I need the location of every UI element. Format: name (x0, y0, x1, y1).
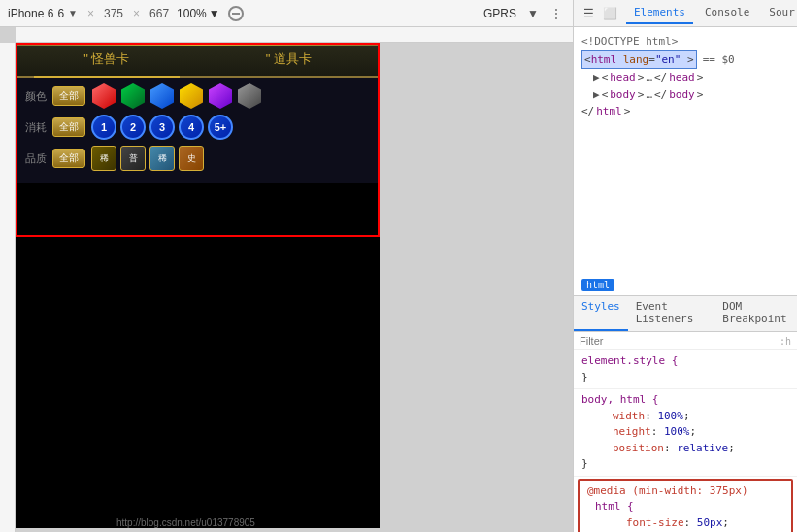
device-selector[interactable]: iPhone 6 6 ▼ (8, 7, 78, 20)
rule-selector-body: body, html { (581, 393, 658, 406)
filter-rarity-4[interactable]: 史 (179, 146, 204, 171)
cost-filters: 1 2 3 4 5+ (91, 115, 233, 140)
filter-hb-label: :h (780, 336, 791, 347)
devtools-toolbar-icons: ☰ ⬜ (580, 5, 618, 22)
styles-panel: Styles Event Listeners DOM Breakpoint :h… (574, 295, 797, 532)
body-line[interactable]: ▶ <body> … </body> (581, 86, 789, 104)
filter-all-cost[interactable]: 全部 (52, 117, 85, 137)
html-badge: html (581, 279, 614, 291)
filter-color-green[interactable] (120, 83, 146, 109)
doctype-line: <!DOCTYPE html> (581, 33, 789, 50)
css-width: width: 100%; (597, 409, 789, 425)
browser-panel: iPhone 6 6 ▼ × 375 × 667 100% ▼ GPRS ▼ ⋮ (0, 0, 573, 532)
tab-monster-card[interactable]: " 怪兽卡 (16, 43, 198, 76)
html-tag-line[interactable]: <html lang="en" > == $0 (581, 50, 789, 70)
card-area (16, 183, 380, 513)
style-rule-media: @media (min-width: 375px) html { font-si… (578, 479, 793, 533)
device-chevron-icon[interactable]: ▼ (68, 8, 78, 18)
inspect-icon[interactable]: ☰ (580, 5, 597, 22)
resolution-height: 667 (149, 7, 169, 20)
filter-label-color: 颜色 (23, 89, 47, 104)
viewport-wrapper: " 怪兽卡 " 道具卡 颜色 全部 (0, 27, 573, 532)
filter-row-cost: 消耗 全部 1 2 3 4 5+ (23, 115, 372, 140)
filter-rarity-1[interactable]: 稀 (91, 146, 116, 171)
filter-cost-4[interactable]: 4 (179, 115, 204, 140)
filter-section: 颜色 全部 消耗 全部 (16, 78, 380, 183)
html-tag-highlighted: <html lang="en" > (581, 50, 697, 70)
head-line[interactable]: ▶ <head> … </head> (581, 69, 789, 86)
html-close-line: </html> (581, 103, 789, 120)
toolbar-icons: ▼ ⋮ (524, 5, 565, 22)
styles-tabs: Styles Event Listeners DOM Breakpoint (574, 296, 797, 332)
devtools-panel: ☰ ⬜ Elements Console Sour <!DOCTYPE html… (573, 0, 797, 532)
filter-color-yellow[interactable] (179, 83, 204, 109)
filter-row-color: 颜色 全部 (23, 83, 372, 109)
devtools-toolbar: ☰ ⬜ Elements Console Sour (574, 0, 797, 27)
filter-color-blue[interactable] (149, 83, 175, 109)
filter-color-red[interactable] (91, 83, 116, 109)
styles-filter-input[interactable] (580, 335, 780, 347)
media-query-selector: @media (min-width: 375px) (587, 484, 748, 497)
device-name: iPhone 6 (8, 7, 53, 20)
filter-label-cost: 消耗 (23, 120, 47, 135)
browser-toolbar: iPhone 6 6 ▼ × 375 × 667 100% ▼ GPRS ▼ ⋮ (0, 0, 573, 27)
separator-1: × (87, 7, 94, 20)
color-filters (91, 83, 262, 109)
zoom-chevron-icon: ▼ (209, 7, 220, 20)
resolution-width: 375 (104, 7, 123, 20)
zoom-value: 100% (177, 7, 207, 20)
rule-close-element: } (581, 371, 588, 383)
filter-cost-5plus[interactable]: 5+ (208, 115, 233, 140)
styles-filter-row: :h (574, 332, 797, 350)
mobile-icon[interactable]: ⬜ (601, 5, 618, 22)
separator-2: × (133, 7, 140, 20)
tab-styles[interactable]: Styles (574, 296, 628, 331)
filter-label-rarity: 品质 (23, 151, 47, 166)
phone-viewport: " 怪兽卡 " 道具卡 颜色 全部 (16, 43, 380, 528)
ruler-top (16, 27, 573, 43)
filter-cost-1[interactable]: 1 (91, 115, 116, 140)
doctype-text: <!DOCTYPE html> (581, 33, 678, 50)
rule-selector-element: element.style { (581, 354, 678, 367)
filter-rarity-3[interactable]: 稀 (149, 146, 175, 171)
filter-cost-2[interactable]: 2 (120, 115, 146, 140)
ruler-left (0, 43, 16, 532)
rule-close-body: } (581, 457, 588, 470)
more-options-icon[interactable]: ⋮ (548, 5, 565, 22)
tab-elements[interactable]: Elements (626, 2, 693, 24)
style-rule-body-html: body, html { width: 100%; height: 100%; … (574, 389, 797, 477)
filter-row-rarity: 品质 全部 稀 普 稀 史 (23, 146, 372, 171)
tab-item-card[interactable]: " 道具卡 (198, 43, 381, 76)
tab-event-listeners[interactable]: Event Listeners (628, 296, 715, 331)
filter-rarity-2[interactable]: 普 (120, 146, 146, 171)
filter-cost-3[interactable]: 3 (149, 115, 175, 140)
html-tree: <!DOCTYPE html> <html lang="en" > == $0 … (574, 27, 797, 275)
filter-all-color[interactable]: 全部 (52, 86, 85, 106)
tab-console[interactable]: Console (697, 2, 757, 24)
tab-bar: " 怪兽卡 " 道具卡 (16, 43, 380, 78)
style-rule-element: element.style { } (574, 350, 797, 389)
app-content: " 怪兽卡 " 道具卡 颜色 全部 (16, 43, 380, 513)
filter-color-purple[interactable] (208, 83, 233, 109)
device-number: 6 (57, 7, 64, 20)
html-element-badge: html (574, 275, 797, 295)
filter-all-rarity[interactable]: 全部 (52, 149, 85, 168)
network-chevron-icon[interactable]: ▼ (524, 5, 542, 22)
html-sub-selector: html { (595, 500, 634, 513)
tree-expand-head[interactable]: ▶ (593, 69, 600, 86)
rarity-filters: 稀 普 稀 史 (91, 146, 204, 171)
tab-sources[interactable]: Sour (761, 2, 797, 24)
equals-sign: == $0 (703, 51, 735, 69)
zoom-selector[interactable]: 100% ▼ (177, 7, 220, 20)
css-height: height: 100%; (597, 424, 789, 441)
css-position: position: relative; (597, 441, 789, 457)
filter-color-gray[interactable] (237, 83, 262, 109)
css-font-size: font-size: 50px; (611, 515, 783, 532)
tree-expand-body[interactable]: ▶ (593, 86, 600, 104)
network-label: GPRS (483, 7, 516, 20)
no-entry-icon[interactable] (228, 6, 244, 21)
tab-dom-breakpoints[interactable]: DOM Breakpoint (714, 296, 797, 331)
